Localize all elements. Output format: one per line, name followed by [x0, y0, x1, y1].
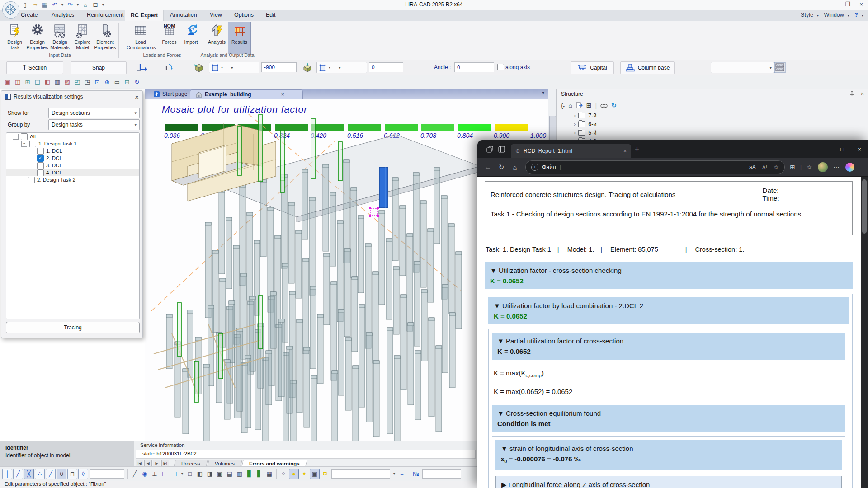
- workplane-icon[interactable]: ◊: [78, 469, 88, 479]
- magnet-icon[interactable]: ∪: [57, 469, 66, 479]
- ungroup-tool-icon[interactable]: ◳: [83, 78, 92, 87]
- draw-line-icon[interactable]: ╱: [130, 469, 139, 479]
- tree-item-all[interactable]: − All: [6, 133, 139, 140]
- translate-icon[interactable]: аA: [749, 164, 756, 170]
- close-button[interactable]: ×: [854, 0, 868, 9]
- angle-field[interactable]: [454, 62, 494, 72]
- group-tool-icon[interactable]: ◰: [73, 78, 82, 87]
- design-properties-button[interactable]: DesignProperties: [26, 22, 48, 54]
- numbering-icon[interactable]: №: [411, 469, 420, 479]
- section-equilibrium[interactable]: ▼ Cross-section equilibrium found Condit…: [492, 405, 845, 432]
- base-cube-icon[interactable]: [302, 62, 313, 73]
- window-menu[interactable]: Window: [824, 12, 844, 18]
- section-utilization-by-combination[interactable]: ▼ Utilization factor by load combination…: [488, 297, 849, 324]
- tree-item-dcl4[interactable]: 4. DCL: [6, 169, 139, 176]
- snap-intersection-icon[interactable]: ╳: [24, 469, 34, 479]
- undo-dropdown-icon[interactable]: ▾: [60, 0, 65, 9]
- menu-tab-annotation[interactable]: Annotation: [165, 10, 203, 20]
- redo-icon[interactable]: ↷: [66, 0, 75, 9]
- open-folder-icon[interactable]: ▱: [30, 0, 39, 9]
- section-list-dropdown[interactable]: ▾: [711, 62, 774, 73]
- minimize-button[interactable]: –: [827, 0, 841, 9]
- structure-item-5[interactable]: ›5-й: [557, 128, 868, 137]
- tracing-button[interactable]: Tracing: [6, 322, 140, 333]
- save-icon[interactable]: ▦: [40, 0, 49, 9]
- render-view-icon[interactable]: ⌂: [81, 0, 90, 9]
- along-axis-checkbox[interactable]: [497, 64, 504, 70]
- menu-tab-options[interactable]: Options: [229, 10, 259, 20]
- new-tab-icon[interactable]: +: [631, 143, 643, 155]
- site-info-icon[interactable]: i: [531, 164, 538, 171]
- binoculars-icon[interactable]: [600, 103, 608, 108]
- checkbox[interactable]: [21, 133, 28, 140]
- snap-value-field[interactable]: [90, 469, 124, 479]
- snap-corner-icon[interactable]: [136, 62, 147, 73]
- section-button[interactable]: I Section: [6, 61, 63, 74]
- workspaces-icon[interactable]: [484, 143, 495, 155]
- view-cube-4-icon[interactable]: ▣: [215, 469, 224, 479]
- maximize-button[interactable]: ❐: [841, 0, 854, 9]
- help-menu[interactable]: ?: [854, 12, 858, 18]
- tree-item-task1[interactable]: − 1. Design Task 1: [6, 140, 139, 147]
- back-icon[interactable]: ←: [482, 161, 494, 173]
- menu-tab-create[interactable]: Create: [15, 10, 43, 20]
- home-icon[interactable]: ⌂: [568, 102, 572, 109]
- axis-y-icon[interactable]: ⊣: [170, 469, 179, 479]
- section-shape-dropdown[interactable]: ▾▾: [209, 62, 259, 73]
- axis-x-icon[interactable]: ⊢: [160, 469, 169, 479]
- pin-icon[interactable]: [849, 91, 854, 97]
- read-aloud-icon[interactable]: A): [762, 164, 767, 171]
- book-closed-icon[interactable]: ▋: [255, 469, 264, 479]
- checkbox[interactable]: [37, 148, 44, 155]
- analysis-button[interactable]: Analysis: [206, 22, 228, 54]
- display-filter-dropdown[interactable]: [331, 469, 390, 479]
- forces-button[interactable]: NQM Forces: [158, 22, 180, 54]
- menu-tab-edit[interactable]: Edit: [260, 10, 281, 20]
- snap-grid-icon[interactable]: ┼: [2, 469, 12, 479]
- browser-scrollbar[interactable]: [861, 177, 868, 488]
- collections-icon[interactable]: ☆: [803, 161, 815, 173]
- tree-item-dcl2[interactable]: ✓ 2. DCL: [6, 155, 139, 162]
- browser-close-button[interactable]: ×: [851, 140, 868, 158]
- element-properties-button[interactable]: ElementProperties: [94, 22, 116, 54]
- browser-maximize-button[interactable]: □: [834, 140, 851, 158]
- cube-bulb-icon[interactable]: ▣: [310, 469, 320, 479]
- section-partial-utilization[interactable]: ▼ Partial utilization factor of cross-se…: [492, 333, 845, 360]
- checkbox[interactable]: [28, 177, 35, 183]
- snap-offset-icon[interactable]: [159, 62, 173, 73]
- group-by-dropdown[interactable]: Design tasks▾: [48, 119, 140, 130]
- group-levels-icon[interactable]: {▾: [561, 102, 565, 109]
- tab-example-building[interactable]: Example_building ×: [190, 89, 303, 99]
- capital-cube-icon[interactable]: [193, 62, 204, 73]
- snap-button[interactable]: Snap: [71, 61, 127, 74]
- tab-close-icon[interactable]: ×: [281, 91, 284, 98]
- measure-icon[interactable]: ⊟: [91, 0, 100, 9]
- load-combinations-button[interactable]: LoadCombinations: [127, 22, 155, 54]
- tab-overflow-icon[interactable]: ▾: [542, 90, 544, 95]
- extend-tool-icon[interactable]: ▨: [63, 78, 72, 87]
- section-strain[interactable]: ▼ strain of longitudinal axis of cross-s…: [495, 440, 842, 470]
- layers-icon[interactable]: ≡: [397, 469, 406, 479]
- fit-tool-icon[interactable]: ▭: [113, 78, 122, 87]
- tab-start-page[interactable]: Start page: [148, 89, 193, 99]
- structure-item-6[interactable]: ›6-й: [557, 120, 868, 128]
- quick-access-overflow-icon[interactable]: ▾: [101, 0, 105, 9]
- mirror-tool-icon[interactable]: ◧: [43, 78, 52, 87]
- browser-home-icon[interactable]: ⌂: [509, 161, 521, 173]
- section-utilization-checking[interactable]: ▼ Utilization factor - cross-section che…: [485, 262, 853, 289]
- new-document-icon[interactable]: ▯: [20, 0, 29, 9]
- menu-tab-view[interactable]: View: [204, 10, 227, 20]
- tab-close-icon[interactable]: ×: [623, 148, 627, 154]
- design-materials-button[interactable]: DesignMaterials: [49, 22, 71, 54]
- column-base-button[interactable]: Column base: [620, 61, 675, 74]
- base-shape-dropdown[interactable]: ▾▾: [316, 62, 367, 73]
- snap-line-icon[interactable]: ╱: [13, 469, 23, 479]
- browser-minimize-button[interactable]: –: [816, 140, 834, 158]
- array-tool-icon[interactable]: ▤: [33, 78, 42, 87]
- view-cube-3-icon[interactable]: ◨: [205, 469, 214, 479]
- undo-icon[interactable]: ↶: [50, 0, 59, 9]
- refresh-icon[interactable]: ↻: [611, 102, 617, 109]
- import-button[interactable]: Σ Import: [180, 22, 202, 54]
- snap-edge-icon[interactable]: ╱: [46, 469, 56, 479]
- checkbox[interactable]: [37, 169, 44, 176]
